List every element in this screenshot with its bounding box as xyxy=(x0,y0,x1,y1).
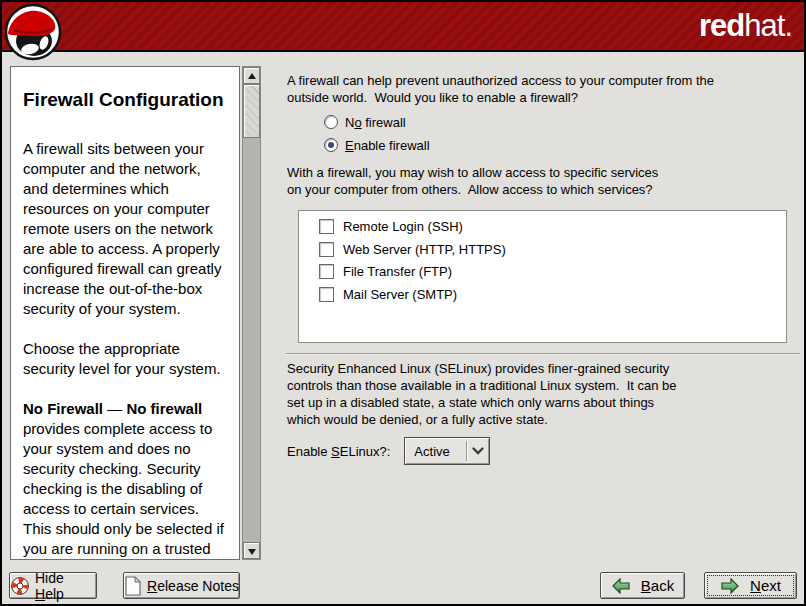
radio-label: No firewall xyxy=(345,115,406,130)
help-bold-term: No Firewall xyxy=(23,400,103,417)
chevron-down-icon xyxy=(467,447,489,455)
checkbox-web-server[interactable]: Web Server (HTTP, HTTPS) xyxy=(319,242,506,257)
radio-enable-firewall[interactable]: Enable firewall xyxy=(324,136,430,154)
brand-dot: . xyxy=(784,8,792,43)
help-paragraph: A firewall sits between your computer an… xyxy=(23,139,229,319)
checkbox-label: Web Server (HTTP, HTTPS) xyxy=(343,242,506,257)
redhat-wordmark: redhat. xyxy=(699,6,792,46)
checkbox-file-transfer-ftp[interactable]: File Transfer (FTP) xyxy=(319,264,452,279)
selinux-label: Enable SELinux?: xyxy=(287,444,390,459)
radio-label: Enable firewall xyxy=(345,138,430,153)
selinux-description-text: Security Enhanced Linux (SELinux) provid… xyxy=(287,360,802,428)
radio-button-selected-icon[interactable] xyxy=(324,138,338,152)
checkbox-mail-server-smtp[interactable]: Mail Server (SMTP) xyxy=(319,287,457,302)
hide-help-button[interactable]: Hide Help xyxy=(9,572,97,599)
brand-light: hat xyxy=(744,8,784,43)
checkbox-icon[interactable] xyxy=(319,242,334,257)
services-question-text: With a firewall, you may wish to allow a… xyxy=(287,164,802,198)
help-dash: — xyxy=(103,400,126,417)
checkbox-icon[interactable] xyxy=(319,287,334,302)
release-notes-button[interactable]: Release Notes xyxy=(123,572,240,599)
checkbox-icon[interactable] xyxy=(319,219,334,234)
arrow-down-icon xyxy=(248,549,256,555)
checkbox-label: File Transfer (FTP) xyxy=(343,264,452,279)
help-panel: Firewall Configuration A firewall sits b… xyxy=(10,66,240,560)
radio-no-firewall[interactable]: No firewall xyxy=(324,113,406,131)
arrow-left-icon xyxy=(611,578,631,594)
back-button[interactable]: Back xyxy=(600,572,685,599)
arrow-up-icon xyxy=(248,73,256,79)
help-title: Firewall Configuration xyxy=(23,85,229,115)
help-bold-term: No firewall xyxy=(126,400,202,417)
firewall-question-text: A firewall can help prevent unauthorized… xyxy=(287,72,802,106)
scroll-down-button[interactable] xyxy=(243,542,260,559)
selinux-dropdown-value: Active xyxy=(405,444,466,459)
selinux-setting-row: Enable SELinux?: Active xyxy=(287,437,490,465)
radio-button-icon[interactable] xyxy=(324,115,338,129)
arrow-right-icon xyxy=(720,578,740,594)
button-label: Back xyxy=(641,577,674,594)
checkbox-remote-login-ssh[interactable]: Remote Login (SSH) xyxy=(319,219,463,234)
document-icon xyxy=(124,576,142,596)
help-paragraph-text: provides complete access to your system … xyxy=(23,420,224,557)
help-paragraph: No Firewall — No firewall provides compl… xyxy=(23,399,229,559)
button-label: Next xyxy=(750,577,781,594)
section-divider xyxy=(286,353,800,355)
checkbox-label: Remote Login (SSH) xyxy=(343,219,463,234)
help-scrollbar[interactable] xyxy=(242,66,261,560)
scrollbar-thumb[interactable] xyxy=(243,84,260,138)
brand-bold: red xyxy=(699,8,744,43)
installer-window: redhat. Firewall Configuration A firewal… xyxy=(0,0,806,606)
help-paragraph: Choose the appropriate security level fo… xyxy=(23,339,229,379)
checkbox-icon[interactable] xyxy=(319,264,334,279)
services-list: Remote Login (SSH) Web Server (HTTP, HTT… xyxy=(298,210,787,343)
next-button[interactable]: Next xyxy=(704,572,797,599)
top-banner: redhat. xyxy=(2,2,804,52)
button-label: Release Notes xyxy=(147,578,239,594)
life-buoy-icon xyxy=(10,576,30,596)
selinux-dropdown[interactable]: Active xyxy=(404,437,490,465)
scroll-up-button[interactable] xyxy=(243,67,260,84)
redhat-shadowman-logo-icon xyxy=(4,3,62,61)
checkbox-label: Mail Server (SMTP) xyxy=(343,287,457,302)
button-label: Hide Help xyxy=(35,570,96,602)
